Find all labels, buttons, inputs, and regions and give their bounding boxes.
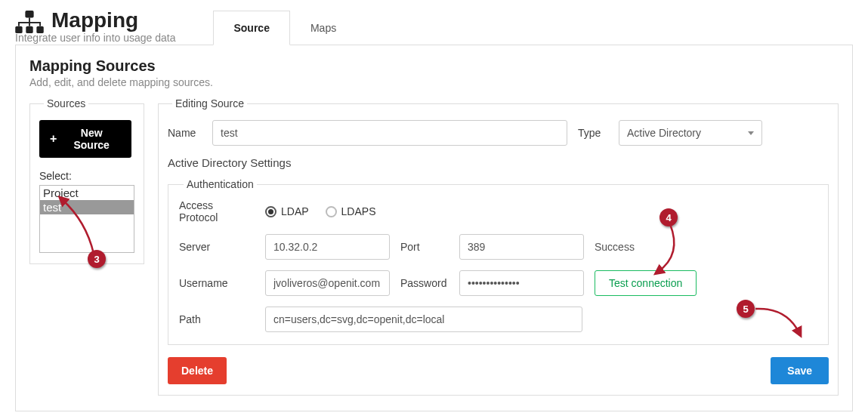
password-label: Password — [400, 277, 449, 289]
svg-rect-4 — [29, 17, 30, 22]
type-select[interactable]: Active Directory — [619, 120, 762, 146]
annotation-badge-3: 3 — [88, 250, 106, 268]
new-source-label: New Source — [62, 127, 121, 151]
access-protocol-group: LDAP LDAPS — [265, 205, 376, 217]
name-input[interactable] — [212, 120, 567, 146]
svg-rect-7 — [29, 22, 30, 26]
editing-legend: Editing Source — [172, 97, 247, 109]
section-title: Mapping Sources — [29, 57, 839, 75]
port-input[interactable] — [459, 234, 584, 260]
access-protocol-label: Access Protocol — [179, 199, 255, 223]
page-title: Mapping — [51, 8, 138, 32]
tab-maps[interactable]: Maps — [290, 11, 357, 45]
tab-source[interactable]: Source — [213, 11, 289, 45]
sources-legend: Sources — [44, 97, 88, 109]
select-label: Select: — [39, 170, 134, 182]
username-input[interactable] — [265, 270, 390, 296]
radio-ldaps[interactable]: LDAPS — [326, 205, 376, 217]
plus-icon: + — [50, 132, 57, 146]
svg-rect-6 — [18, 22, 20, 26]
annotation-arrow-4 — [652, 220, 697, 281]
auth-legend: Authentication — [184, 178, 257, 190]
auth-fieldset: Authentication Access Protocol LDAP LDAP… — [168, 178, 829, 345]
radio-ldaps-label: LDAPS — [341, 205, 376, 217]
new-source-button[interactable]: + New Source — [39, 120, 131, 158]
section-subtitle: Add, edit, and delete mapping sources. — [29, 76, 839, 88]
svg-rect-0 — [25, 11, 33, 17]
editing-fieldset: Editing Source Name Type Active Director… — [158, 97, 839, 396]
type-label: Type — [578, 127, 608, 139]
path-input[interactable] — [265, 307, 582, 332]
save-button[interactable]: Save — [771, 357, 829, 384]
port-label: Port — [400, 241, 449, 253]
type-value: Active Directory — [627, 127, 701, 139]
page-subtitle: Integrate user info into usage data — [15, 32, 175, 44]
server-input[interactable] — [265, 234, 390, 260]
settings-heading: Active Directory Settings — [168, 156, 829, 169]
connection-status: Success — [595, 241, 635, 253]
sitemap-icon — [15, 11, 44, 33]
radio-ldap[interactable]: LDAP — [265, 205, 309, 217]
name-label: Name — [168, 127, 202, 139]
main-panel: Mapping Sources Add, edit, and delete ma… — [15, 45, 853, 411]
path-label: Path — [179, 313, 255, 325]
annotation-arrow-5 — [752, 303, 813, 348]
caret-down-icon — [748, 131, 754, 135]
server-label: Server — [179, 241, 255, 253]
tabs: Source Maps — [213, 11, 357, 45]
sources-fieldset: Sources + New Source Select: Project tes… — [29, 97, 144, 264]
delete-button[interactable]: Delete — [168, 357, 227, 384]
radio-ldap-label: LDAP — [281, 205, 309, 217]
password-input[interactable] — [459, 270, 584, 296]
svg-rect-8 — [39, 22, 41, 26]
username-label: Username — [179, 277, 255, 289]
